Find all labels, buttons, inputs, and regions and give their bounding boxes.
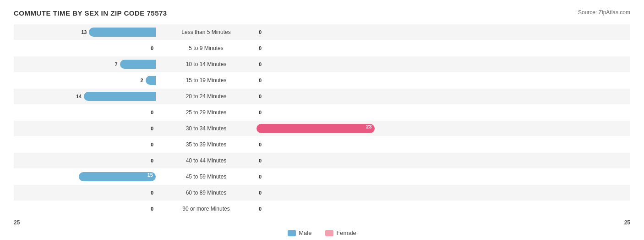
female-section: 0 <box>257 73 398 88</box>
male-section: 13 <box>14 24 156 40</box>
female-zero-label: 0 <box>259 206 262 212</box>
male-section: 0 <box>14 153 156 168</box>
female-zero-label: 0 <box>259 45 262 51</box>
male-section: 2 <box>14 73 156 88</box>
female-zero-label: 0 <box>259 94 262 99</box>
male-bar <box>89 28 156 37</box>
female-zero-label: 0 <box>259 61 262 67</box>
chart-row: 215 to 19 Minutes0 <box>14 73 630 88</box>
row-label: 35 to 39 Minutes <box>156 141 257 148</box>
male-section: 15 <box>14 169 156 184</box>
row-label: 25 to 29 Minutes <box>156 109 257 116</box>
male-section: 7 <box>14 56 156 72</box>
male-zero-label: 0 <box>151 190 153 195</box>
male-zero-label: 0 <box>151 110 153 115</box>
female-swatch <box>325 230 333 236</box>
chart-row: 1420 to 24 Minutes0 <box>14 89 630 104</box>
male-value-label: 13 <box>81 29 87 35</box>
chart-row: 060 to 89 Minutes0 <box>14 185 630 201</box>
male-value-label: 2 <box>140 78 143 83</box>
axis-left: 25 <box>14 219 20 226</box>
row-label: 45 to 59 Minutes <box>156 173 257 180</box>
chart-row: 030 to 34 Minutes23 <box>14 121 630 136</box>
female-section: 0 <box>257 137 398 152</box>
female-label: Female <box>336 229 356 236</box>
chart-title: COMMUTE TIME BY SEX IN ZIP CODE 75573 <box>14 9 167 17</box>
bar-inside-label: 23 <box>366 124 371 129</box>
chart-row: 1545 to 59 Minutes0 <box>14 169 630 184</box>
axis-right: 25 <box>624 219 630 226</box>
female-zero-label: 0 <box>259 110 262 115</box>
female-section: 0 <box>257 24 398 40</box>
female-zero-label: 0 <box>259 29 262 35</box>
male-zero-label: 0 <box>151 142 153 147</box>
male-swatch <box>288 230 296 236</box>
row-label: 5 to 9 Minutes <box>156 45 257 51</box>
female-section: 0 <box>257 105 398 120</box>
row-label: 15 to 19 Minutes <box>156 77 257 84</box>
female-section: 23 <box>257 121 398 136</box>
female-section: 0 <box>257 89 398 104</box>
female-zero-label: 0 <box>259 190 262 195</box>
chart-header: COMMUTE TIME BY SEX IN ZIP CODE 75573 So… <box>14 9 630 17</box>
legend-male: Male <box>288 229 311 236</box>
chart-row: 05 to 9 Minutes0 <box>14 40 630 56</box>
female-section: 0 <box>257 169 398 184</box>
legend: Male Female <box>14 229 630 236</box>
male-zero-label: 0 <box>151 126 153 131</box>
chart-row: 710 to 14 Minutes0 <box>14 56 630 72</box>
male-bar <box>120 60 156 69</box>
male-section: 0 <box>14 137 156 152</box>
female-zero-label: 0 <box>259 174 262 179</box>
female-section: 0 <box>257 185 398 201</box>
male-zero-label: 0 <box>151 45 153 51</box>
male-zero-label: 0 <box>151 158 153 163</box>
axis-row: 25 25 <box>14 219 630 226</box>
male-section: 0 <box>14 105 156 120</box>
male-zero-label: 0 <box>151 206 153 212</box>
female-section: 0 <box>257 56 398 72</box>
row-label: 10 to 14 Minutes <box>156 61 257 67</box>
male-bar <box>84 92 156 101</box>
row-label: 20 to 24 Minutes <box>156 93 257 100</box>
male-section: 14 <box>14 89 156 104</box>
chart-row: 035 to 39 Minutes0 <box>14 137 630 152</box>
source-label: Source: ZipAtlas.com <box>578 9 630 16</box>
chart-row: 13Less than 5 Minutes0 <box>14 24 630 40</box>
male-section: 0 <box>14 40 156 56</box>
row-label: 30 to 34 Minutes <box>156 125 257 132</box>
female-section: 0 <box>257 153 398 168</box>
male-section: 0 <box>14 185 156 201</box>
male-label: Male <box>299 229 311 236</box>
female-zero-label: 0 <box>259 142 262 147</box>
male-bar: 15 <box>79 172 156 181</box>
male-section: 0 <box>14 121 156 136</box>
male-section: 0 <box>14 201 156 217</box>
female-zero-label: 0 <box>259 158 262 163</box>
chart-area: 13Less than 5 Minutes005 to 9 Minutes071… <box>14 24 630 217</box>
male-value-label: 14 <box>76 94 82 99</box>
chart-row: 025 to 29 Minutes0 <box>14 105 630 120</box>
female-section: 0 <box>257 201 398 217</box>
row-label: 60 to 89 Minutes <box>156 190 257 196</box>
chart-row: 090 or more Minutes0 <box>14 201 630 217</box>
chart-row: 040 to 44 Minutes0 <box>14 153 630 168</box>
row-label: 40 to 44 Minutes <box>156 157 257 164</box>
legend-female: Female <box>325 229 356 236</box>
female-bar: 23 <box>257 124 375 133</box>
male-bar <box>146 76 156 85</box>
row-label: Less than 5 Minutes <box>156 29 257 35</box>
male-value-label: 7 <box>115 61 117 67</box>
female-zero-label: 0 <box>259 78 262 83</box>
bar-inside-label: 15 <box>147 172 153 178</box>
row-label: 90 or more Minutes <box>156 206 257 212</box>
female-section: 0 <box>257 40 398 56</box>
